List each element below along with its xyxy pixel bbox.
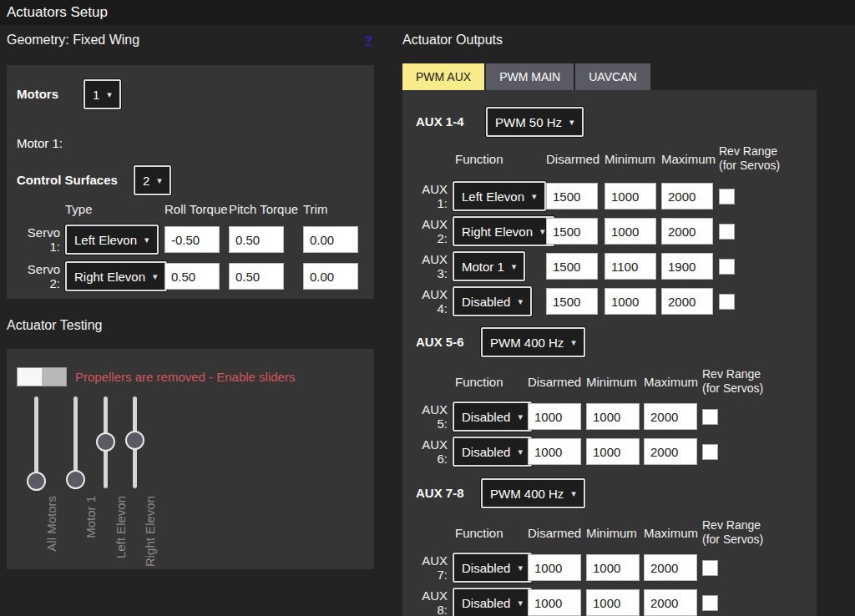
aux6-rev-range-checkbox[interactable] — [702, 444, 718, 460]
servo1-roll-input[interactable] — [164, 226, 220, 253]
slider-label-right-elevon: Right Elevon — [143, 496, 157, 571]
aux1-maximum-input[interactable] — [661, 183, 713, 210]
aux4-disarmed-input[interactable] — [546, 288, 598, 315]
aux7-8-rate-dropdown[interactable]: PWM 400 Hz ▾ — [481, 478, 585, 508]
aux6-function-dropdown[interactable]: Disabled▾ — [453, 437, 532, 467]
rev-range-line2: (for Servos) — [719, 159, 735, 173]
aux6-disarmed-input[interactable] — [528, 438, 581, 465]
servo1-pitch-input[interactable] — [229, 226, 284, 253]
aux3-maximum-input[interactable] — [661, 253, 713, 280]
dropdown-caret-icon: ▾ — [153, 272, 158, 281]
aux7-rev-range-checkbox[interactable] — [702, 560, 718, 576]
testing-title: Actuator Testing — [7, 318, 102, 333]
dropdown-caret-icon: ▾ — [144, 235, 149, 245]
control-surfaces-value: 2 — [143, 174, 149, 188]
aux5-maximum-input[interactable] — [644, 403, 697, 430]
servo2-roll-input[interactable] — [164, 263, 220, 290]
aux2-rev-range-checkbox[interactable] — [719, 224, 735, 240]
col-header-roll-torque: Roll Torque — [164, 202, 229, 221]
servo2-type-dropdown[interactable]: Right Elevon ▾ — [65, 261, 167, 291]
servo2-pitch-input[interactable] — [229, 263, 284, 290]
geometry-title: Geometry: Fixed Wing — [7, 33, 139, 48]
col-header-minimum: Minimum — [586, 526, 644, 540]
aux7-8-rows: AUX 7: Disabled▾ AUX 8: Disabled▾ — [416, 550, 718, 616]
aux4-minimum-input[interactable] — [605, 288, 656, 315]
slider-handle-all-motors[interactable] — [27, 472, 46, 491]
slider-handle-left-elevon[interactable] — [96, 432, 115, 452]
slider-label-left-elevon: Left Elevon — [114, 496, 128, 571]
aux2-minimum-input[interactable] — [605, 218, 656, 245]
tab-pwm-aux[interactable]: PWM AUX — [402, 63, 484, 90]
aux7-maximum-input[interactable] — [644, 554, 697, 581]
aux8-minimum-input[interactable] — [586, 589, 640, 616]
aux2-function-dropdown[interactable]: Right Elevon▾ — [453, 216, 554, 246]
aux3-minimum-input[interactable] — [605, 253, 656, 280]
aux2-maximum-input[interactable] — [661, 218, 713, 245]
dropdown-caret-icon: ▾ — [571, 489, 576, 498]
aux6-minimum-input[interactable] — [586, 438, 640, 465]
tab-uavcan[interactable]: UAVCAN — [575, 63, 650, 90]
aux5-function-dropdown[interactable]: Disabled▾ — [453, 401, 532, 432]
help-icon[interactable]: ? — [365, 33, 372, 47]
col-header-function: Function — [453, 152, 546, 166]
motors-value: 1 — [93, 88, 99, 102]
dropdown-caret-icon: ▾ — [532, 192, 537, 201]
aux7-function-value: Disabled — [462, 561, 510, 575]
dropdown-caret-icon: ▾ — [518, 412, 523, 422]
servo1-trim-input[interactable] — [303, 226, 358, 253]
aux6-label: AUX 6: — [416, 437, 453, 466]
aux4-maximum-input[interactable] — [661, 288, 713, 315]
aux1-function-dropdown[interactable]: Left Elevon▾ — [453, 181, 546, 211]
aux6-maximum-input[interactable] — [644, 438, 697, 465]
slider-handle-motor1[interactable] — [66, 470, 85, 489]
motors-label: Motors — [17, 79, 58, 109]
aux3-function-value: Motor 1 — [462, 260, 504, 274]
aux1-function-value: Left Elevon — [462, 189, 524, 204]
aux2-function-value: Right Elevon — [462, 225, 533, 239]
slider-label-motor1: Motor 1 — [83, 496, 98, 571]
aux5-rev-range-checkbox[interactable] — [702, 409, 718, 425]
servo2-trim-input[interactable] — [303, 263, 358, 290]
aux5-disarmed-input[interactable] — [528, 403, 581, 430]
aux1-disarmed-input[interactable] — [546, 183, 598, 210]
aux5-6-rate-dropdown[interactable]: PWM 400 Hz ▾ — [481, 327, 585, 357]
propellers-removed-toggle[interactable] — [17, 367, 67, 386]
motor1-label: Motor 1: — [17, 136, 63, 150]
aux7-minimum-input[interactable] — [586, 554, 640, 581]
aux8-function-dropdown[interactable]: Disabled▾ — [453, 588, 532, 616]
servo2-label: Servo 2: — [17, 262, 65, 290]
motors-dropdown[interactable]: 1 ▾ — [83, 79, 121, 109]
control-surfaces-dropdown[interactable]: 2 ▾ — [134, 165, 171, 195]
aux8-maximum-input[interactable] — [644, 589, 697, 616]
aux7-disarmed-input[interactable] — [528, 554, 581, 581]
aux6-function-value: Disabled — [462, 445, 510, 459]
aux8-disarmed-input[interactable] — [528, 589, 581, 616]
rev-range-line1: Rev Range — [702, 367, 718, 381]
aux1-minimum-input[interactable] — [605, 183, 656, 210]
rev-range-line1: Rev Range — [719, 144, 735, 159]
tab-pwm-main[interactable]: PWM MAIN — [486, 63, 574, 90]
aux7-function-dropdown[interactable]: Disabled▾ — [453, 553, 532, 583]
aux3-function-dropdown[interactable]: Motor 1▾ — [453, 251, 525, 281]
aux1-rev-range-checkbox[interactable] — [719, 189, 735, 204]
aux5-function-value: Disabled — [462, 410, 510, 424]
servo1-type-dropdown[interactable]: Left Elevon ▾ — [65, 225, 159, 255]
aux2-disarmed-input[interactable] — [546, 218, 598, 245]
toggle-knob[interactable] — [18, 368, 43, 386]
aux1-4-rate-dropdown[interactable]: PWM 50 Hz ▾ — [486, 107, 584, 137]
aux4-function-dropdown[interactable]: Disabled▾ — [453, 286, 532, 316]
aux5-label: AUX 5: — [416, 402, 453, 431]
outputs-panel: AUX 1-4 PWM 50 Hz ▾ Function Disarmed Mi… — [402, 90, 817, 616]
aux3-rev-range-checkbox[interactable] — [719, 259, 735, 275]
aux3-disarmed-input[interactable] — [546, 253, 598, 280]
aux4-rev-range-checkbox[interactable] — [719, 294, 735, 310]
dropdown-caret-icon: ▾ — [512, 262, 517, 271]
title-bar — [0, 0, 855, 25]
aux8-rev-range-checkbox[interactable] — [702, 595, 718, 611]
slider-handle-right-elevon[interactable] — [125, 431, 144, 450]
aux4-label: AUX 4: — [416, 287, 453, 316]
aux5-minimum-input[interactable] — [586, 403, 640, 430]
control-surfaces-label: Control Surfaces — [17, 165, 118, 195]
aux8-label: AUX 8: — [416, 588, 453, 616]
geometry-panel: Motors 1 ▾ Motor 1: Control Surfaces 2 ▾… — [7, 65, 374, 299]
